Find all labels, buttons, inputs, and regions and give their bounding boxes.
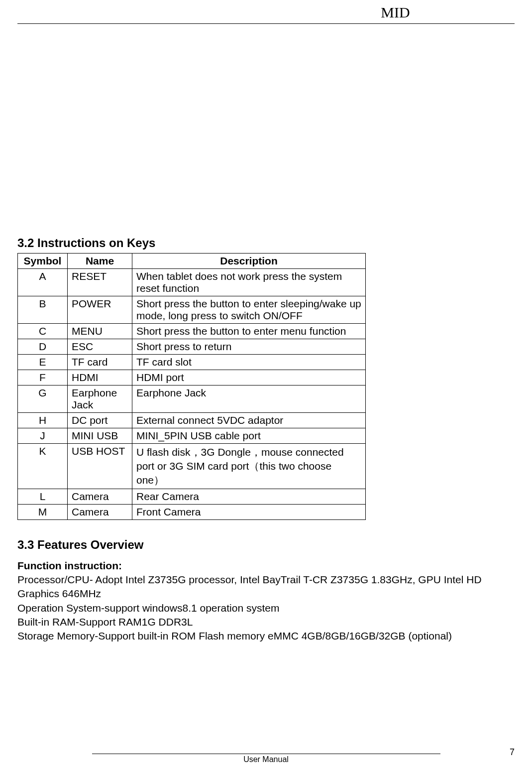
cell-description: TF card slot xyxy=(132,355,366,370)
cell-name: HDMI xyxy=(68,370,132,386)
table-row: A RESET When tablet does not work press … xyxy=(18,269,366,296)
col-header-symbol: Symbol xyxy=(18,254,68,269)
cell-symbol: C xyxy=(18,324,68,339)
page-footer: User Manual 7 xyxy=(17,754,515,766)
function-instruction-subheading: Function instruction: xyxy=(17,560,515,572)
cell-name: MINI USB xyxy=(68,428,132,444)
cell-name: RESET xyxy=(68,269,132,296)
cell-symbol: K xyxy=(18,444,68,489)
blank-content-area xyxy=(17,24,515,233)
col-header-description: Description xyxy=(132,254,366,269)
cell-description: Short press to return xyxy=(132,339,366,355)
table-row: G Earphone Jack Earphone Jack xyxy=(18,386,366,413)
cell-description: MINI_5PIN USB cable port xyxy=(132,428,366,444)
features-body: Processor/CPU- Adopt Intel Z3735G proces… xyxy=(17,573,515,643)
cell-name: POWER xyxy=(68,296,132,324)
cell-symbol: A xyxy=(18,269,68,296)
cell-symbol: E xyxy=(18,355,68,370)
cell-name: Camera xyxy=(68,489,132,505)
cell-name: USB HOST xyxy=(68,444,132,489)
cell-description: When tablet does not work press the syst… xyxy=(132,269,366,296)
table-header-row: Symbol Name Description xyxy=(18,254,366,269)
cell-symbol: L xyxy=(18,489,68,505)
section-3-2-heading: 3.2 Instructions on Keys xyxy=(17,236,515,250)
section-3-3-heading: 3.3 Features Overview xyxy=(17,538,515,552)
table-row: H DC port External connect 5VDC adaptor xyxy=(18,413,366,428)
table-row: C MENU Short press the button to enter m… xyxy=(18,324,366,339)
table-row: J MINI USB MINI_5PIN USB cable port xyxy=(18,428,366,444)
cell-name: Earphone Jack xyxy=(68,386,132,413)
cell-symbol: M xyxy=(18,505,68,520)
table-row: B POWER Short press the button to enter … xyxy=(18,296,366,324)
cell-symbol: D xyxy=(18,339,68,355)
cell-name: ESC xyxy=(68,339,132,355)
cell-description: Earphone Jack xyxy=(132,386,366,413)
cell-symbol: F xyxy=(18,370,68,386)
cell-description: Front Camera xyxy=(132,505,366,520)
col-header-name: Name xyxy=(68,254,132,269)
table-row: D ESC Short press to return xyxy=(18,339,366,355)
cell-symbol: G xyxy=(18,386,68,413)
cell-symbol: B xyxy=(18,296,68,324)
table-row: F HDMI HDMI port xyxy=(18,370,366,386)
cell-description: Short press the button to enter menu fun… xyxy=(132,324,366,339)
cell-description: External connect 5VDC adaptor xyxy=(132,413,366,428)
feature-line: Storage Memory-Support built-in ROM Flas… xyxy=(17,629,515,643)
cell-name: Camera xyxy=(68,505,132,520)
table-row: M Camera Front Camera xyxy=(18,505,366,520)
feature-line: Processor/CPU- Adopt Intel Z3735G proces… xyxy=(17,573,515,601)
footer-page-number: 7 xyxy=(510,747,515,758)
cell-name: DC port xyxy=(68,413,132,428)
cell-description: Rear Camera xyxy=(132,489,366,505)
cell-description: U flash disk，3G Dongle，mouse connected p… xyxy=(132,444,366,489)
keys-table: Symbol Name Description A RESET When tab… xyxy=(17,253,366,520)
cell-description: Short press the button to enter sleeping… xyxy=(132,296,366,324)
feature-line: Built-in RAM-Support RAM1G DDR3L xyxy=(17,615,515,629)
table-row: E TF card TF card slot xyxy=(18,355,366,370)
footer-center-text: User Manual xyxy=(17,755,515,764)
cell-name: MENU xyxy=(68,324,132,339)
document-header-title: MID xyxy=(276,0,515,23)
table-row: K USB HOST U flash disk，3G Dongle，mouse … xyxy=(18,444,366,489)
table-row: L Camera Rear Camera xyxy=(18,489,366,505)
feature-line: Operation System-support windows8.1 oper… xyxy=(17,601,515,615)
cell-symbol: J xyxy=(18,428,68,444)
cell-symbol: H xyxy=(18,413,68,428)
cell-description: HDMI port xyxy=(132,370,366,386)
cell-name: TF card xyxy=(68,355,132,370)
